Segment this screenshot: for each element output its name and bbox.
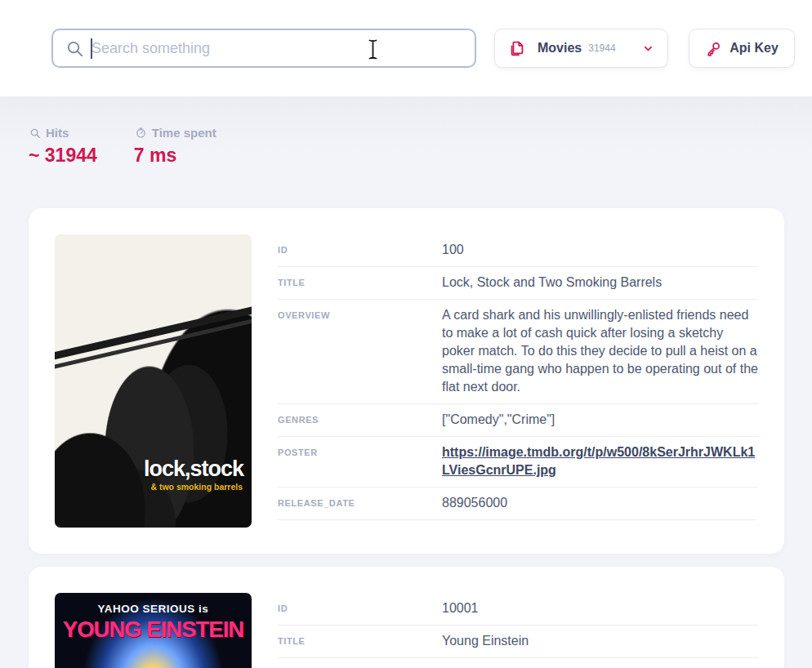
field-label: RELEASE_DATE <box>278 494 442 512</box>
field-row: ID100 <box>278 234 758 267</box>
field-row: POSTERhttps://image.tmdb.org/t/p/w500/8k… <box>278 437 758 488</box>
field-value: 10001 <box>442 599 758 617</box>
app-header: Movies 31944 Api Key <box>0 0 812 96</box>
field-value: 889056000 <box>442 494 758 512</box>
search-icon <box>65 39 84 58</box>
stats-row: Hits ~ 31944 Time spent 7 ms <box>0 126 812 167</box>
api-key-label: Api Key <box>729 41 779 56</box>
api-key-button[interactable]: Api Key <box>689 29 795 68</box>
field-label: ID <box>278 241 442 259</box>
key-icon <box>705 40 722 57</box>
field-value: Lock, Stock and Two Smoking Barrels <box>442 274 758 292</box>
field-value: A card shark and his unwillingly-enliste… <box>442 306 758 396</box>
field-label: ID <box>278 599 442 617</box>
field-label: TITLE <box>278 632 442 650</box>
field-label: TITLE <box>278 274 442 292</box>
field-row: OVERVIEWA card shark and his unwillingly… <box>278 300 758 404</box>
field-row: TITLEYoung Einstein <box>278 626 758 658</box>
stopwatch-icon <box>135 127 147 139</box>
results-area: Hits ~ 31944 Time spent 7 ms lock,stock <box>0 96 812 668</box>
poster-title-line-1: YAHOO SERIOUS is <box>55 603 252 615</box>
results-list: lock,stock & two smoking barrels ID100TI… <box>29 208 784 668</box>
chevron-down-icon <box>642 42 654 55</box>
field-value: ["Comedy","Crime"] <box>442 411 758 429</box>
search-small-icon <box>29 127 41 139</box>
field-rows: ID10001TITLEYoung EinsteinOVERVIEWAlbert… <box>278 593 758 668</box>
hits-label: Hits <box>46 126 69 140</box>
field-row: GENRES["Comedy","Crime"] <box>278 404 758 437</box>
field-label: GENRES <box>278 411 442 429</box>
index-selector-dropdown[interactable]: Movies 31944 <box>494 29 668 68</box>
field-row: OVERVIEWAlbert Einstein is the son of a … <box>278 658 758 668</box>
index-count-badge: 31944 <box>588 42 615 54</box>
field-row: ID10001 <box>278 593 758 626</box>
text-caret <box>91 38 92 59</box>
search-input[interactable] <box>84 30 475 66</box>
poster-url-link[interactable]: https://image.tmdb.org/t/p/w500/8kSerJrh… <box>442 443 758 479</box>
field-rows: ID100TITLELock, Stock and Two Smoking Ba… <box>278 234 758 528</box>
poster-title-line-1: lock,stock <box>144 456 243 482</box>
index-name: Movies <box>538 41 582 56</box>
movie-poster: YAHOO SERIOUS is YOUNG EINSTEIN <box>55 593 252 668</box>
movie-poster: lock,stock & two smoking barrels <box>55 234 252 528</box>
documents-icon <box>508 39 526 57</box>
field-value: Young Einstein <box>442 632 758 650</box>
field-value: 100 <box>442 241 758 259</box>
poster-title-line-2: YOUNG EINSTEIN <box>55 617 252 643</box>
field-value: Albert Einstein is the son of a Tasmania… <box>442 665 758 668</box>
field-row: TITLELock, Stock and Two Smoking Barrels <box>278 267 758 300</box>
result-card: lock,stock & two smoking barrels ID100TI… <box>29 208 784 554</box>
time-spent-label: Time spent <box>152 126 216 140</box>
result-card: YAHOO SERIOUS is YOUNG EINSTEIN ID10001T… <box>29 567 784 668</box>
search-box[interactable] <box>51 29 476 68</box>
hits-stat: Hits ~ 31944 <box>29 126 97 167</box>
field-label: POSTER <box>278 443 442 479</box>
field-label: OVERVIEW <box>278 665 442 668</box>
field-row: RELEASE_DATE889056000 <box>278 488 758 520</box>
field-label: OVERVIEW <box>278 306 442 396</box>
hits-value: ~ 31944 <box>29 145 97 167</box>
time-spent-value: 7 ms <box>134 145 216 167</box>
poster-title-line-2: & two smoking barrels <box>150 482 243 492</box>
time-spent-stat: Time spent 7 ms <box>135 126 216 167</box>
